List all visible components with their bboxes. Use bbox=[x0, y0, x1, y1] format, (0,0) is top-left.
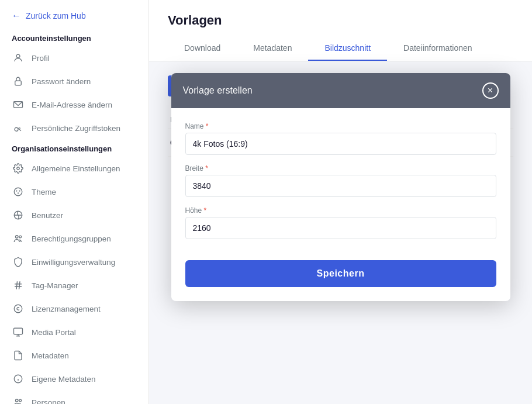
sidebar-item-label: Berechtigungsgruppen bbox=[32, 234, 111, 243]
back-label: Zurück zum Hub bbox=[26, 11, 86, 20]
required-marker: * bbox=[205, 164, 208, 172]
field-hoehe-label: Höhe * bbox=[185, 206, 496, 215]
field-hoehe-group: Höhe * bbox=[185, 206, 496, 239]
people-icon bbox=[12, 232, 25, 245]
back-arrow-icon: ← bbox=[12, 11, 21, 21]
palette-icon bbox=[12, 185, 25, 198]
svg-rect-17 bbox=[14, 328, 23, 334]
monitor-icon bbox=[12, 326, 25, 339]
required-marker: * bbox=[204, 206, 207, 215]
svg-point-10 bbox=[16, 236, 19, 239]
sidebar-item-tag[interactable]: Tag-Manager bbox=[0, 274, 148, 297]
save-button[interactable]: Speichern bbox=[185, 260, 496, 287]
sidebar-item-label: Persönliche Zugriffstoken bbox=[32, 124, 120, 133]
sidebar-item-label: Profil bbox=[32, 54, 50, 63]
svg-point-6 bbox=[16, 190, 17, 191]
svg-point-0 bbox=[16, 54, 20, 58]
modal-overlay: Vorlage erstellen × Name * Breite * Höhe… bbox=[149, 61, 532, 404]
page-title: Vorlagen bbox=[168, 13, 513, 28]
svg-point-16 bbox=[14, 305, 22, 313]
svg-point-8 bbox=[18, 192, 19, 194]
lock-icon bbox=[12, 75, 25, 88]
sidebar-item-email[interactable]: E-Mail-Adresse ändern bbox=[0, 93, 148, 116]
svg-line-15 bbox=[19, 281, 20, 289]
create-template-modal: Vorlage erstellen × Name * Breite * Höhe… bbox=[171, 73, 510, 301]
org-section-title: Organisationseinstellungen bbox=[0, 140, 148, 157]
main-content: Vorlagen Download Metadaten Bildzuschnit… bbox=[149, 0, 532, 404]
field-name-input[interactable] bbox=[185, 133, 496, 155]
field-breite-group: Breite * bbox=[185, 164, 496, 197]
sidebar-item-label: Lizenzmanagement bbox=[32, 305, 101, 313]
sidebar-item-label: Media Portal bbox=[32, 328, 76, 337]
tab-download[interactable]: Download bbox=[168, 37, 237, 61]
sidebar-item-allgemein[interactable]: Allgemeine Einstellungen bbox=[0, 157, 148, 180]
sidebar-item-personen[interactable]: Personen bbox=[0, 391, 148, 404]
sidebar-item-lizenz[interactable]: Lizenzmanagement bbox=[0, 297, 148, 320]
svg-point-5 bbox=[14, 188, 22, 196]
sidebar-item-benutzer[interactable]: Benutzer bbox=[0, 203, 148, 227]
sidebar-item-label: E-Mail-Adresse ändern bbox=[32, 101, 112, 109]
sidebar-item-tokens[interactable]: Persönliche Zugriffstoken bbox=[0, 116, 148, 140]
modal-header: Vorlage erstellen × bbox=[171, 73, 510, 108]
globe-icon bbox=[12, 209, 25, 222]
sidebar-item-eigene[interactable]: Eigene Metadaten bbox=[0, 367, 148, 391]
key-icon bbox=[12, 122, 25, 134]
svg-point-7 bbox=[19, 190, 20, 191]
main-header: Vorlagen Download Metadaten Bildzuschnit… bbox=[149, 0, 532, 61]
svg-line-14 bbox=[16, 281, 18, 289]
field-breite-label: Breite * bbox=[185, 164, 496, 172]
sidebar-item-passwort[interactable]: Passwort ändern bbox=[0, 70, 148, 93]
modal-close-button[interactable]: × bbox=[482, 82, 499, 99]
modal-footer: Speichern bbox=[171, 248, 510, 301]
person-icon bbox=[12, 51, 25, 64]
svg-point-4 bbox=[17, 167, 20, 170]
required-marker: * bbox=[206, 122, 209, 130]
sidebar-item-label: Metadaten bbox=[32, 351, 69, 360]
tab-bar: Download Metadaten Bildzuschnitt Dateiin… bbox=[168, 37, 513, 61]
sidebar-item-label: Personen bbox=[32, 398, 65, 405]
modal-title: Vorlage erstellen bbox=[183, 85, 253, 96]
svg-point-3 bbox=[15, 127, 18, 131]
gear-icon bbox=[12, 162, 25, 175]
svg-point-21 bbox=[16, 399, 19, 402]
tab-dateiinfo[interactable]: Dateiinformationen bbox=[387, 37, 489, 61]
tab-metadaten[interactable]: Metadaten bbox=[237, 37, 308, 61]
sidebar-item-label: Passwort ändern bbox=[32, 77, 91, 86]
sidebar-item-label: Einwilligungsverwaltung bbox=[32, 258, 115, 267]
file-icon bbox=[12, 349, 25, 362]
account-section-title: Accounteinstellungen bbox=[0, 29, 148, 46]
back-link[interactable]: ← Zurück zum Hub bbox=[0, 0, 148, 29]
sidebar-item-berechtigungen[interactable]: Berechtigungsgruppen bbox=[0, 227, 148, 250]
field-breite-input[interactable] bbox=[185, 175, 496, 197]
sidebar-item-label: Benutzer bbox=[32, 211, 63, 220]
sidebar-item-profil[interactable]: Profil bbox=[0, 46, 148, 70]
field-name-label: Name * bbox=[185, 122, 496, 130]
sidebar-item-label: Tag-Manager bbox=[32, 281, 78, 290]
sidebar-item-metadaten[interactable]: Metadaten bbox=[0, 344, 148, 367]
shield-icon bbox=[12, 255, 25, 268]
svg-rect-1 bbox=[15, 81, 22, 85]
sidebar: ← Zurück zum Hub Accounteinstellungen Pr… bbox=[0, 0, 149, 404]
field-hoehe-input[interactable] bbox=[185, 217, 496, 239]
sidebar-item-theme[interactable]: Theme bbox=[0, 180, 148, 203]
sidebar-item-einwilligung[interactable]: Einwilligungsverwaltung bbox=[0, 250, 148, 274]
svg-point-22 bbox=[19, 399, 22, 402]
sidebar-item-label: Eigene Metadaten bbox=[32, 375, 96, 384]
tab-bildzuschnitt[interactable]: Bildzuschnitt bbox=[308, 37, 387, 61]
people2-icon bbox=[12, 396, 25, 404]
sidebar-item-label: Theme bbox=[32, 188, 56, 196]
modal-body: Name * Breite * Höhe * bbox=[171, 108, 510, 239]
svg-point-11 bbox=[19, 236, 22, 238]
mail-icon bbox=[12, 98, 25, 111]
main-body: Vorlage erstellen Name Höhe Breite Cinem… bbox=[149, 61, 532, 404]
field-name-group: Name * bbox=[185, 122, 496, 155]
sidebar-item-label: Allgemeine Einstellungen bbox=[32, 164, 120, 173]
info-icon bbox=[12, 372, 25, 385]
sidebar-item-media[interactable]: Media Portal bbox=[0, 320, 148, 344]
hashtag-icon bbox=[12, 279, 25, 292]
copyright-icon bbox=[12, 302, 25, 315]
